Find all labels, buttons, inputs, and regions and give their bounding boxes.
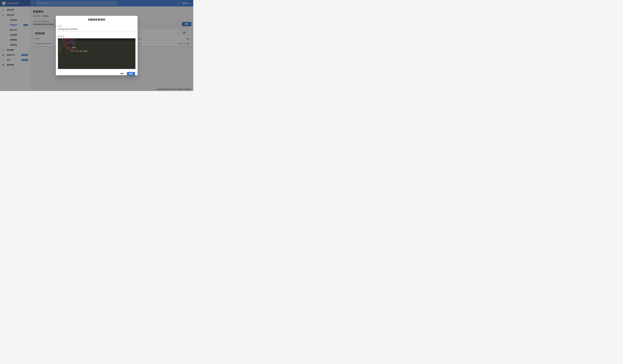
editor-line: 2force: false xyxy=(58,40,135,42)
editor-code xyxy=(62,52,63,54)
editor-code: - '30.5.120.185:20881' xyxy=(62,50,89,52)
editor-gutter: 5▾ xyxy=(58,46,62,48)
editor-code: force: false xyxy=(62,40,74,42)
editor-gutter: 8 xyxy=(58,52,62,54)
dialog-actions: 关闭 保存 xyxy=(58,72,135,76)
editor-line: 3runtime: false xyxy=(58,42,135,44)
app-name-input[interactable] xyxy=(58,28,132,30)
editor-line: 4▾tags: xyxy=(58,44,135,46)
editor-gutter: 1 xyxy=(58,39,62,40)
fold-arrow-icon[interactable]: ▾ xyxy=(61,44,62,46)
editor-code: addresses: xyxy=(62,48,76,50)
editor-gutter: 4▾ xyxy=(58,44,62,46)
yaml-editor[interactable]: 1enabled: true2force: false3runtime: fal… xyxy=(58,38,135,69)
editor-line: 5▾ - name: gray xyxy=(58,46,135,48)
editor-gutter: 2 xyxy=(58,40,62,42)
create-tag-rule-dialog: 创建新标签规则 应用名 规则内容 1enabled: true2force: f… xyxy=(56,16,137,75)
dialog-title: 创建新标签规则 xyxy=(58,16,135,21)
fold-arrow-icon[interactable]: ▾ xyxy=(61,46,62,48)
save-button[interactable]: 保存 xyxy=(127,72,135,75)
editor-code: enabled: true xyxy=(62,39,75,40)
rule-content-label: 规则内容 xyxy=(58,35,135,38)
editor-code: runtime: false xyxy=(62,42,76,44)
editor-line: 1enabled: true xyxy=(58,39,135,40)
editor-code: - name: gray xyxy=(62,46,76,48)
editor-gutter: 3 xyxy=(58,42,62,44)
close-button[interactable]: 关闭 xyxy=(118,72,126,76)
editor-line: 6▾ addresses: xyxy=(58,48,135,50)
app-name-field: 应用名 xyxy=(58,25,135,31)
editor-line: 8 xyxy=(58,52,135,54)
editor-gutter: 6▾ xyxy=(58,48,62,50)
app-name-label: 应用名 xyxy=(58,25,135,27)
fold-arrow-icon[interactable]: ▾ xyxy=(61,48,62,50)
editor-code: tags: xyxy=(62,44,67,46)
editor-gutter: 7 xyxy=(58,50,62,52)
editor-line: 7 - '30.5.120.185:20881' xyxy=(58,50,135,52)
